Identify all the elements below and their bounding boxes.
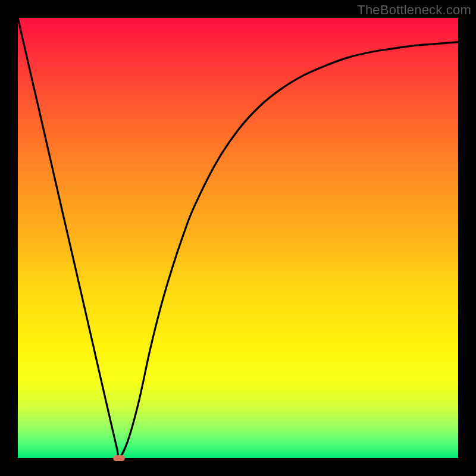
bottleneck-curve-path <box>18 18 458 458</box>
optimal-point-marker <box>113 455 125 461</box>
chart-plot-area <box>18 18 458 458</box>
watermark-label: TheBottleneck.com <box>357 2 471 18</box>
chart-curve-svg <box>18 18 458 458</box>
